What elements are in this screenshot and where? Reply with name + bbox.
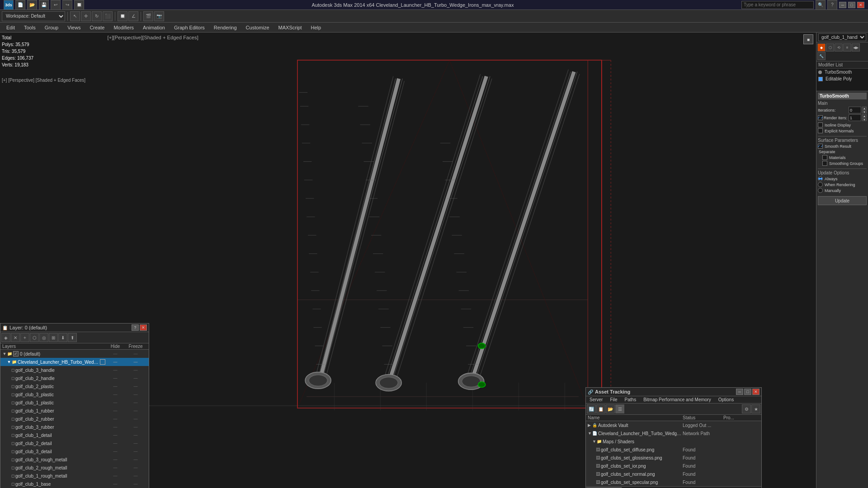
- menu-create[interactable]: Create: [85, 23, 109, 33]
- layer-hide-15[interactable]: —: [106, 482, 124, 486]
- asset-item-glossiness[interactable]: 🖼 golf_clubs_set_glossiness.png Found: [586, 454, 761, 462]
- layer-item-club3-rough[interactable]: ◻ golf_club_3_rough_metall — —: [0, 455, 149, 464]
- layer-item-club3-detail[interactable]: ◻ golf_club_3_detail — —: [0, 447, 149, 455]
- layer-freeze-default[interactable]: —: [124, 352, 147, 356]
- asset-tool-4[interactable]: ☰: [615, 404, 624, 413]
- rp-icon-3[interactable]: ⟲: [835, 43, 843, 52]
- undo-btn[interactable]: ↩: [51, 0, 61, 10]
- ts-smoothing-checkbox[interactable]: [822, 161, 827, 166]
- layer-hide-11[interactable]: —: [106, 449, 124, 454]
- layer-freeze-9[interactable]: —: [124, 433, 147, 437]
- asset-close-btn[interactable]: ✕: [752, 389, 760, 395]
- menu-animation[interactable]: Animation: [138, 23, 170, 33]
- maximize-btn[interactable]: □: [848, 2, 855, 8]
- layer-item-club1-base[interactable]: ◻ golf_club_1_base — —: [0, 480, 149, 488]
- scale-btn[interactable]: ⬛: [103, 11, 113, 21]
- layer-hide-12[interactable]: —: [106, 457, 124, 462]
- rp-icon-2[interactable]: ⬡: [826, 43, 834, 52]
- angle-snap-btn[interactable]: ∠: [128, 11, 138, 21]
- asset-expand-cleveland[interactable]: ▼: [588, 431, 592, 436]
- layer-hide-3[interactable]: —: [106, 384, 124, 389]
- layer-hide-6[interactable]: —: [106, 408, 124, 413]
- render-frame-btn[interactable]: 📷: [154, 11, 164, 21]
- menu-edit[interactable]: Edit: [2, 23, 19, 33]
- modifier-editablepoly-checkbox[interactable]: [818, 77, 823, 81]
- layers-tool-5[interactable]: ◎: [39, 333, 48, 342]
- layer-item-club2-detail[interactable]: ◻ golf_club_2_detail — —: [0, 439, 149, 447]
- layer-freeze-11[interactable]: —: [124, 449, 147, 454]
- layers-tool-6[interactable]: ⊞: [49, 333, 58, 342]
- layer-freeze-14[interactable]: —: [124, 474, 147, 478]
- asset-tool-5[interactable]: ⚙: [742, 404, 751, 413]
- rp-icon-5[interactable]: ◀▶: [852, 43, 860, 52]
- menu-group[interactable]: Group: [40, 23, 63, 33]
- layer-freeze-3[interactable]: —: [124, 384, 147, 389]
- layer-freeze-2[interactable]: —: [124, 376, 147, 380]
- rp-icon-6[interactable]: 🔧: [817, 52, 826, 60]
- asset-item-ior[interactable]: 🖼 golf_clubs_set_ior.png Found: [586, 462, 761, 470]
- layer-freeze-5[interactable]: —: [124, 400, 147, 405]
- object-name-dropdown[interactable]: golf_club_1_handle: [818, 33, 866, 41]
- layer-hide-10[interactable]: —: [106, 441, 124, 446]
- asset-item-vault[interactable]: ▶ 🔒 Autodesk Vault Logged Out ...: [586, 421, 761, 429]
- layer-hide-cleveland[interactable]: —: [106, 360, 124, 364]
- asset-minimize-btn[interactable]: ─: [736, 389, 743, 395]
- viewport[interactable]: Total Polys: 35,579 Tris: 35,579 Edges: …: [0, 33, 816, 488]
- workspace-dropdown[interactable]: Workspace: Default: [2, 11, 65, 21]
- layer-hide-5[interactable]: —: [106, 400, 124, 405]
- layer-hide-9[interactable]: —: [106, 433, 124, 437]
- asset-menu-bitmap[interactable]: Bitmap Performance and Memory: [640, 396, 715, 403]
- ts-iterations-input[interactable]: [849, 107, 861, 113]
- layer-hide-default[interactable]: —: [106, 352, 124, 356]
- asset-tool-1[interactable]: 🔄: [587, 404, 596, 413]
- layer-hide-7[interactable]: —: [106, 417, 124, 421]
- rotate-btn[interactable]: ↻: [92, 11, 102, 21]
- layer-freeze-cleveland[interactable]: —: [124, 360, 147, 364]
- asset-maximize-btn[interactable]: □: [744, 389, 751, 395]
- layers-tool-7[interactable]: ⬇: [58, 333, 67, 342]
- layers-tool-8[interactable]: ⬆: [68, 333, 77, 342]
- layer-freeze-10[interactable]: —: [124, 441, 147, 446]
- select-btn[interactable]: ↖: [70, 11, 80, 21]
- menu-tools[interactable]: Tools: [19, 23, 40, 33]
- layer-item-club3-rubber[interactable]: ◻ golf_club_3_rubber — —: [0, 423, 149, 431]
- asset-item-maps[interactable]: ▼ 📁 Maps / Shaders: [586, 437, 761, 446]
- asset-menu-file[interactable]: File: [606, 396, 621, 403]
- new-btn[interactable]: 📄: [15, 0, 25, 10]
- asset-item-specular[interactable]: 🖼 golf_clubs_set_specular.png Found: [586, 478, 761, 486]
- layers-list[interactable]: ▼ 📁 ✓ 0 (default) — — ▼ 📁 Cleveland_Laun…: [0, 350, 149, 488]
- ts-iter-down[interactable]: ▼: [862, 110, 867, 113]
- layers-close-btn[interactable]: ✕: [140, 324, 147, 331]
- layer-freeze-8[interactable]: —: [124, 425, 147, 429]
- menu-maxscript[interactable]: MAXScript: [274, 23, 307, 33]
- layer-freeze-12[interactable]: —: [124, 457, 147, 462]
- snap-btn[interactable]: 🔲: [118, 11, 127, 21]
- search-input[interactable]: [741, 1, 814, 9]
- layer-item-club2-rough[interactable]: ◻ golf_club_2_rough_metall — —: [0, 464, 149, 472]
- layers-panel-header[interactable]: 📋 Layer: 0 (default) ? ✕: [0, 324, 149, 332]
- open-btn[interactable]: 📂: [27, 0, 37, 10]
- rp-icon-4[interactable]: ≡: [843, 43, 851, 52]
- asset-expand-vault[interactable]: ▶: [588, 423, 592, 427]
- layer-item-club3-plastic[interactable]: ◻ golf_club_3_plastic — —: [0, 390, 149, 399]
- layer-item-default[interactable]: ▼ 📁 ✓ 0 (default) — —: [0, 350, 149, 358]
- layer-hide-8[interactable]: —: [106, 425, 124, 429]
- redo-btn[interactable]: ↪: [62, 0, 72, 10]
- help-btn[interactable]: ?: [827, 0, 837, 10]
- layers-tool-2[interactable]: ✕: [11, 333, 20, 342]
- ts-materials-checkbox[interactable]: [822, 155, 827, 160]
- layer-hide-1[interactable]: —: [106, 368, 124, 372]
- layer-item-club1-detail[interactable]: ◻ golf_club_1_detail — —: [0, 431, 149, 439]
- asset-tool-2[interactable]: 📋: [596, 404, 605, 413]
- ts-when-rendering-radio[interactable]: [818, 182, 823, 187]
- search-btn[interactable]: 🔍: [816, 0, 826, 10]
- ts-render-iters-checkbox[interactable]: ✓: [818, 115, 823, 120]
- layer-item-club1-rough[interactable]: ◻ golf_club_1_rough_metall — —: [0, 472, 149, 480]
- layer-item-club2-handle[interactable]: ◻ golf_club_2_handle — —: [0, 374, 149, 382]
- ts-always-radio[interactable]: [818, 176, 823, 181]
- move-btn[interactable]: ✛: [81, 11, 91, 21]
- ts-manually-radio[interactable]: [818, 188, 823, 193]
- asset-item-cleveland[interactable]: ▼ 📄 Cleveland_Launcher_HB_Turbo_Wedge_Ir…: [586, 429, 761, 437]
- asset-tool-3[interactable]: 📂: [606, 404, 615, 413]
- layer-item-club1-rubber[interactable]: ◻ golf_club_1_rubber — —: [0, 407, 149, 415]
